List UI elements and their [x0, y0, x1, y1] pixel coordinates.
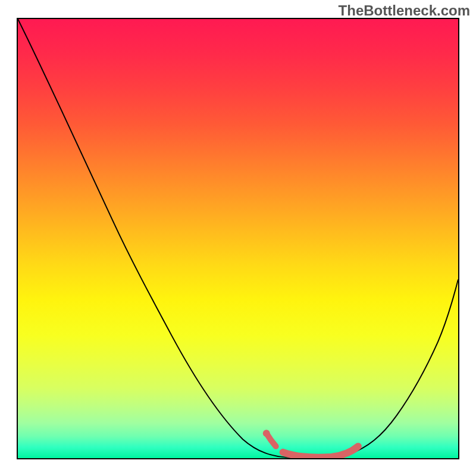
bottleneck-curve: [18, 19, 458, 458]
plot-area: [17, 18, 459, 459]
watermark-text: TheBottleneck.com: [339, 2, 470, 19]
curve-svg: [18, 19, 458, 458]
optimal-plateau: [283, 446, 358, 458]
chart-container: TheBottleneck.com: [0, 0, 476, 476]
marker-dot-icon: [263, 430, 270, 437]
